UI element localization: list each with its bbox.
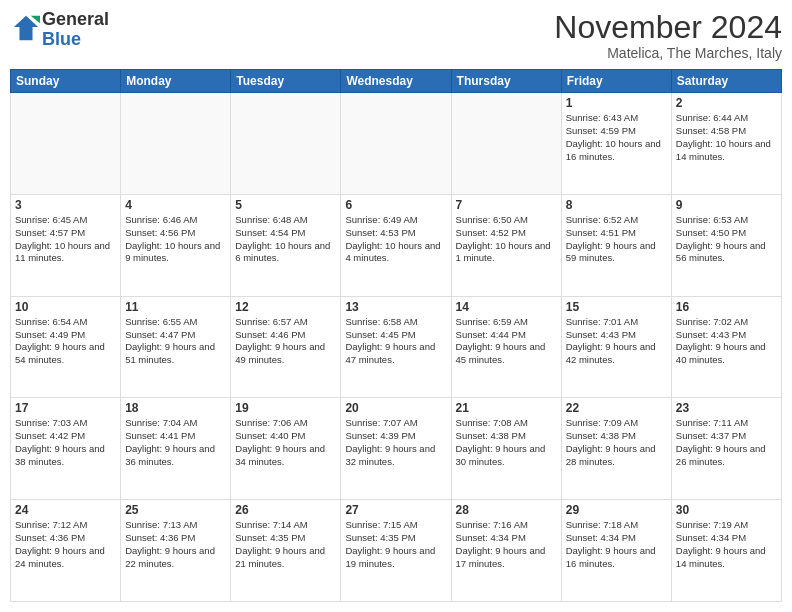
calendar-week-3: 10Sunrise: 6:54 AMSunset: 4:49 PMDayligh…: [11, 296, 782, 398]
day-info: Sunrise: 7:15 AMSunset: 4:35 PMDaylight:…: [345, 519, 446, 570]
day-number: 8: [566, 198, 667, 212]
day-number: 13: [345, 300, 446, 314]
day-info: Sunrise: 6:54 AMSunset: 4:49 PMDaylight:…: [15, 316, 116, 367]
calendar-cell: 22Sunrise: 7:09 AMSunset: 4:38 PMDayligh…: [561, 398, 671, 500]
calendar-cell: 23Sunrise: 7:11 AMSunset: 4:37 PMDayligh…: [671, 398, 781, 500]
day-info: Sunrise: 6:45 AMSunset: 4:57 PMDaylight:…: [15, 214, 116, 265]
calendar-cell: 9Sunrise: 6:53 AMSunset: 4:50 PMDaylight…: [671, 194, 781, 296]
calendar-week-5: 24Sunrise: 7:12 AMSunset: 4:36 PMDayligh…: [11, 500, 782, 602]
day-number: 9: [676, 198, 777, 212]
day-info: Sunrise: 6:58 AMSunset: 4:45 PMDaylight:…: [345, 316, 446, 367]
logo-general: General: [42, 9, 109, 29]
day-info: Sunrise: 7:07 AMSunset: 4:39 PMDaylight:…: [345, 417, 446, 468]
day-number: 6: [345, 198, 446, 212]
calendar-cell: 4Sunrise: 6:46 AMSunset: 4:56 PMDaylight…: [121, 194, 231, 296]
main-title: November 2024: [554, 10, 782, 45]
day-info: Sunrise: 6:55 AMSunset: 4:47 PMDaylight:…: [125, 316, 226, 367]
day-number: 12: [235, 300, 336, 314]
calendar-cell: [231, 93, 341, 195]
col-thursday: Thursday: [451, 70, 561, 93]
calendar-cell: 24Sunrise: 7:12 AMSunset: 4:36 PMDayligh…: [11, 500, 121, 602]
day-number: 16: [676, 300, 777, 314]
day-info: Sunrise: 6:46 AMSunset: 4:56 PMDaylight:…: [125, 214, 226, 265]
day-info: Sunrise: 7:06 AMSunset: 4:40 PMDaylight:…: [235, 417, 336, 468]
day-info: Sunrise: 6:53 AMSunset: 4:50 PMDaylight:…: [676, 214, 777, 265]
day-number: 22: [566, 401, 667, 415]
header: General Blue November 2024 Matelica, The…: [10, 10, 782, 61]
col-sunday: Sunday: [11, 70, 121, 93]
day-info: Sunrise: 6:48 AMSunset: 4:54 PMDaylight:…: [235, 214, 336, 265]
calendar-cell: 13Sunrise: 6:58 AMSunset: 4:45 PMDayligh…: [341, 296, 451, 398]
day-info: Sunrise: 7:08 AMSunset: 4:38 PMDaylight:…: [456, 417, 557, 468]
calendar-cell: 7Sunrise: 6:50 AMSunset: 4:52 PMDaylight…: [451, 194, 561, 296]
calendar-cell: 6Sunrise: 6:49 AMSunset: 4:53 PMDaylight…: [341, 194, 451, 296]
calendar-cell: 19Sunrise: 7:06 AMSunset: 4:40 PMDayligh…: [231, 398, 341, 500]
logo-blue: Blue: [42, 29, 81, 49]
calendar-cell: 27Sunrise: 7:15 AMSunset: 4:35 PMDayligh…: [341, 500, 451, 602]
calendar-cell: [341, 93, 451, 195]
day-number: 21: [456, 401, 557, 415]
calendar-cell: 8Sunrise: 6:52 AMSunset: 4:51 PMDaylight…: [561, 194, 671, 296]
day-info: Sunrise: 6:44 AMSunset: 4:58 PMDaylight:…: [676, 112, 777, 163]
day-info: Sunrise: 7:13 AMSunset: 4:36 PMDaylight:…: [125, 519, 226, 570]
calendar-cell: 18Sunrise: 7:04 AMSunset: 4:41 PMDayligh…: [121, 398, 231, 500]
day-info: Sunrise: 7:12 AMSunset: 4:36 PMDaylight:…: [15, 519, 116, 570]
day-number: 30: [676, 503, 777, 517]
col-tuesday: Tuesday: [231, 70, 341, 93]
subtitle: Matelica, The Marches, Italy: [554, 45, 782, 61]
day-number: 24: [15, 503, 116, 517]
calendar-header-row: Sunday Monday Tuesday Wednesday Thursday…: [11, 70, 782, 93]
day-number: 28: [456, 503, 557, 517]
calendar-cell: [451, 93, 561, 195]
day-info: Sunrise: 7:03 AMSunset: 4:42 PMDaylight:…: [15, 417, 116, 468]
calendar-week-1: 1Sunrise: 6:43 AMSunset: 4:59 PMDaylight…: [11, 93, 782, 195]
day-info: Sunrise: 6:52 AMSunset: 4:51 PMDaylight:…: [566, 214, 667, 265]
day-info: Sunrise: 7:01 AMSunset: 4:43 PMDaylight:…: [566, 316, 667, 367]
day-number: 18: [125, 401, 226, 415]
day-number: 11: [125, 300, 226, 314]
calendar-cell: 14Sunrise: 6:59 AMSunset: 4:44 PMDayligh…: [451, 296, 561, 398]
calendar-cell: 26Sunrise: 7:14 AMSunset: 4:35 PMDayligh…: [231, 500, 341, 602]
calendar-cell: 30Sunrise: 7:19 AMSunset: 4:34 PMDayligh…: [671, 500, 781, 602]
day-number: 14: [456, 300, 557, 314]
calendar-cell: 29Sunrise: 7:18 AMSunset: 4:34 PMDayligh…: [561, 500, 671, 602]
calendar-cell: 25Sunrise: 7:13 AMSunset: 4:36 PMDayligh…: [121, 500, 231, 602]
calendar-cell: 28Sunrise: 7:16 AMSunset: 4:34 PMDayligh…: [451, 500, 561, 602]
day-info: Sunrise: 7:11 AMSunset: 4:37 PMDaylight:…: [676, 417, 777, 468]
calendar-cell: 3Sunrise: 6:45 AMSunset: 4:57 PMDaylight…: [11, 194, 121, 296]
day-info: Sunrise: 7:04 AMSunset: 4:41 PMDaylight:…: [125, 417, 226, 468]
day-number: 7: [456, 198, 557, 212]
day-number: 17: [15, 401, 116, 415]
calendar-cell: 5Sunrise: 6:48 AMSunset: 4:54 PMDaylight…: [231, 194, 341, 296]
day-info: Sunrise: 7:18 AMSunset: 4:34 PMDaylight:…: [566, 519, 667, 570]
calendar-cell: 11Sunrise: 6:55 AMSunset: 4:47 PMDayligh…: [121, 296, 231, 398]
calendar-cell: 1Sunrise: 6:43 AMSunset: 4:59 PMDaylight…: [561, 93, 671, 195]
calendar-cell: 16Sunrise: 7:02 AMSunset: 4:43 PMDayligh…: [671, 296, 781, 398]
calendar-table: Sunday Monday Tuesday Wednesday Thursday…: [10, 69, 782, 602]
day-number: 10: [15, 300, 116, 314]
day-number: 26: [235, 503, 336, 517]
day-number: 5: [235, 198, 336, 212]
col-saturday: Saturday: [671, 70, 781, 93]
calendar-cell: 2Sunrise: 6:44 AMSunset: 4:58 PMDaylight…: [671, 93, 781, 195]
day-info: Sunrise: 6:57 AMSunset: 4:46 PMDaylight:…: [235, 316, 336, 367]
day-info: Sunrise: 6:49 AMSunset: 4:53 PMDaylight:…: [345, 214, 446, 265]
day-info: Sunrise: 7:16 AMSunset: 4:34 PMDaylight:…: [456, 519, 557, 570]
logo: General Blue: [10, 10, 109, 50]
day-number: 4: [125, 198, 226, 212]
calendar-cell: 17Sunrise: 7:03 AMSunset: 4:42 PMDayligh…: [11, 398, 121, 500]
day-number: 25: [125, 503, 226, 517]
day-number: 27: [345, 503, 446, 517]
col-friday: Friday: [561, 70, 671, 93]
day-info: Sunrise: 7:14 AMSunset: 4:35 PMDaylight:…: [235, 519, 336, 570]
day-number: 23: [676, 401, 777, 415]
day-number: 1: [566, 96, 667, 110]
day-number: 15: [566, 300, 667, 314]
calendar-cell: [11, 93, 121, 195]
calendar-cell: 10Sunrise: 6:54 AMSunset: 4:49 PMDayligh…: [11, 296, 121, 398]
day-info: Sunrise: 7:09 AMSunset: 4:38 PMDaylight:…: [566, 417, 667, 468]
calendar-cell: 12Sunrise: 6:57 AMSunset: 4:46 PMDayligh…: [231, 296, 341, 398]
logo-icon: [12, 14, 40, 42]
logo-text: General Blue: [42, 10, 109, 50]
day-number: 29: [566, 503, 667, 517]
